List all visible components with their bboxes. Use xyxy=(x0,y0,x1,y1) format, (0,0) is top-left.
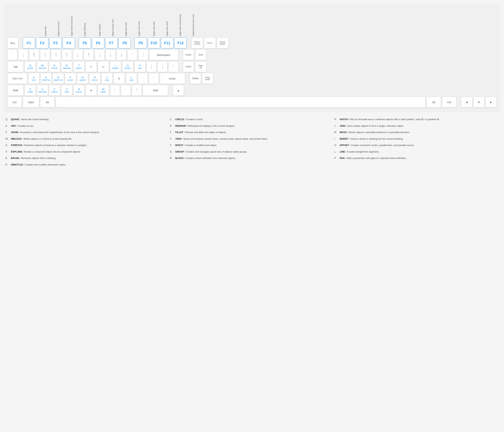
desc-cmd: ZOOM xyxy=(11,131,18,134)
key-alt-right[interactable]: Alt xyxy=(426,97,441,108)
key-f10[interactable]: F10 xyxy=(148,37,160,48)
key-f6[interactable]: F6 xyxy=(92,37,104,48)
key-shift-right[interactable]: Shift xyxy=(143,85,168,96)
key-f4[interactable]: F4 xyxy=(63,37,75,48)
key-tab[interactable]: Tab xyxy=(7,61,24,72)
key-p[interactable]: P PAN xyxy=(134,61,145,72)
key-home[interactable]: Home xyxy=(183,49,194,60)
key-prtscn[interactable]: PrtScnSysRq xyxy=(191,37,203,48)
key-o[interactable]: O OFFSET xyxy=(122,61,133,72)
key-f3[interactable]: F3 xyxy=(49,37,62,48)
key-a[interactable]: A ARC xyxy=(28,73,39,84)
key-8[interactable]: * 8 xyxy=(95,49,105,60)
row-numbers: ~ ` ! 1 @ 2 # 3 $ 4 % 5 xyxy=(7,49,497,60)
fkey-label-f5: Toggle Isoplane xyxy=(94,7,106,37)
desc-letter: Z xyxy=(5,130,9,134)
key-backslash[interactable]: | \ xyxy=(168,61,178,72)
key-f1[interactable]: F1 xyxy=(23,37,35,48)
key-m[interactable]: M MOVE xyxy=(98,85,109,96)
key-5[interactable]: % 5 xyxy=(62,49,72,60)
key-z[interactable]: Z ZOOM xyxy=(25,85,36,96)
key-k[interactable]: K xyxy=(114,73,125,84)
key-2[interactable]: @ 2 xyxy=(29,49,39,60)
key-shift-left[interactable]: Shift xyxy=(7,85,24,96)
key-v[interactable]: V VIEW xyxy=(61,85,72,96)
key-n[interactable]: N xyxy=(86,85,97,96)
key-x[interactable]: X EXPLODE xyxy=(37,85,48,96)
key-minus[interactable]: — - xyxy=(127,49,137,60)
key-tilde[interactable]: ~ ` xyxy=(7,49,17,60)
key-alt-left[interactable]: Alt xyxy=(40,97,54,108)
desc-content: PAN / Adds a parameter with grips to a d… xyxy=(340,156,407,160)
desc-cmd: ERASE xyxy=(11,157,19,159)
key-f12[interactable]: F12 xyxy=(174,37,187,48)
key-scrlk[interactable]: ScrLK xyxy=(204,37,216,48)
key-space[interactable] xyxy=(55,97,426,108)
key-capslock[interactable]: Caps Lock xyxy=(7,73,27,84)
desc-item-g: G GROUP / Creates and manages saved sets… xyxy=(170,150,329,154)
key-4[interactable]: $ 4 xyxy=(51,49,61,60)
key-backspace[interactable]: Backspace xyxy=(149,49,178,60)
key-j[interactable]: J JOIN xyxy=(101,73,113,84)
key-f[interactable]: F FILLET xyxy=(65,73,76,84)
key-7[interactable]: & 7 xyxy=(84,49,94,60)
key-6[interactable]: ^ 6 xyxy=(73,49,83,60)
key-end[interactable]: End xyxy=(195,49,206,60)
desc-letter: G xyxy=(170,150,173,153)
key-t[interactable]: T MTEXT xyxy=(73,61,85,72)
key-r[interactable]: R REDRAW xyxy=(61,61,72,72)
key-pagedown[interactable]: PageDown xyxy=(202,73,213,84)
key-pause[interactable]: PauseBreak xyxy=(217,37,229,48)
key-s[interactable]: S STRETCH xyxy=(40,73,52,84)
key-bracket-r[interactable]: } ] xyxy=(157,61,167,72)
key-arrow-down[interactable]: ▼ xyxy=(473,97,485,108)
desc-item-d: D DIMSTYLE / Creates and modifies dimens… xyxy=(5,163,164,166)
key-arrow-right[interactable]: ► xyxy=(486,97,497,108)
key-l[interactable]: L LINE xyxy=(126,73,137,84)
key-bracket-l[interactable]: { [ xyxy=(146,61,156,72)
desc-item-z: Z ZOOM / Increases or decreases the magn… xyxy=(5,130,164,134)
key-esc[interactable]: Esc xyxy=(7,37,18,48)
key-f11[interactable]: F11 xyxy=(161,37,173,48)
key-3[interactable]: # 3 xyxy=(40,49,50,60)
desc-item-l: L LINE / Creates straight line segments. xyxy=(334,150,493,154)
key-w[interactable]: W WBLOCK xyxy=(37,61,48,72)
key-period[interactable]: > . xyxy=(121,85,131,96)
key-q[interactable]: Q QSAVE xyxy=(25,61,36,72)
key-comma[interactable]: < , xyxy=(110,85,120,96)
desc-cmd: MOVE xyxy=(340,131,347,134)
key-h[interactable]: H HATCH xyxy=(89,73,100,84)
key-y[interactable]: Y xyxy=(86,61,97,72)
key-f8[interactable]: F8 xyxy=(118,37,131,48)
keyboard-rows: Esc F1 F2 F3 F4 F5 F6 F7 F8 F9 F10 F11 F… xyxy=(7,37,497,108)
key-b[interactable]: B BLOCK xyxy=(73,85,85,96)
key-f5[interactable]: F5 xyxy=(79,37,91,48)
key-ctrl-left[interactable]: Ctrl xyxy=(7,97,22,108)
key-9[interactable]: ( 9 xyxy=(106,49,116,60)
key-c[interactable]: C CIRCLE xyxy=(49,85,60,96)
key-semicolon[interactable]: : ; xyxy=(138,73,148,84)
key-insert[interactable]: Insert xyxy=(183,61,194,72)
key-d[interactable]: D DIMSTYLE xyxy=(53,73,64,84)
key-f9[interactable]: F9 xyxy=(135,37,147,48)
key-e[interactable]: E ERASE xyxy=(49,61,60,72)
key-ctrl-right[interactable]: Ctrl xyxy=(442,97,457,108)
key-start[interactable]: Start xyxy=(23,97,39,108)
key-0[interactable]: ) 0 xyxy=(117,49,126,60)
key-g[interactable]: G GROUP xyxy=(77,73,88,84)
desc-letter: O xyxy=(334,143,338,147)
key-arrow-left[interactable]: ◄ xyxy=(461,97,472,108)
key-i[interactable]: I INSERT xyxy=(110,61,121,72)
key-equals[interactable]: + = xyxy=(138,49,148,60)
key-pageup[interactable]: PageUp xyxy=(195,61,206,72)
key-delete[interactable]: Delete xyxy=(190,73,201,84)
key-1[interactable]: ! 1 xyxy=(18,49,28,60)
key-slash[interactable]: ? / xyxy=(132,85,142,96)
key-f7[interactable]: F7 xyxy=(105,37,117,48)
key-f2[interactable]: F2 xyxy=(36,37,48,48)
key-u[interactable]: U xyxy=(98,61,109,72)
key-arrow-up[interactable]: ▲ xyxy=(173,85,184,96)
desc-item-o: O OFFSET / Creates concentric circles, p… xyxy=(334,143,493,147)
key-enter[interactable]: Enter xyxy=(160,73,185,84)
key-quote[interactable]: " ' xyxy=(149,73,159,84)
